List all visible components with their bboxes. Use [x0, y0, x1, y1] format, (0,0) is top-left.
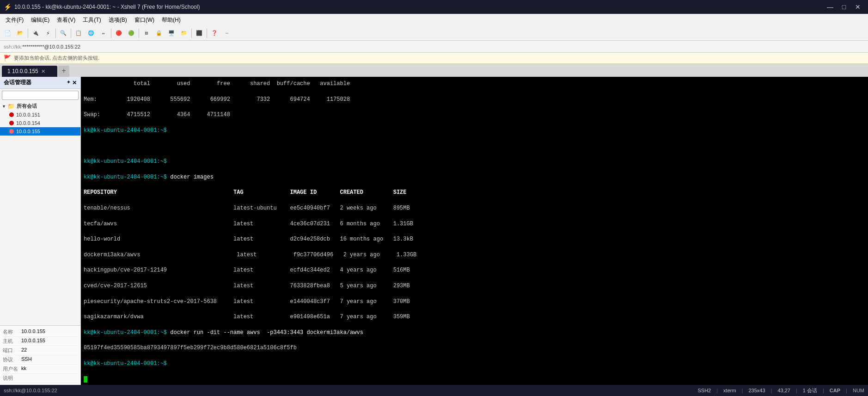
tb-btn-d[interactable]: 🔴 [113, 28, 125, 39]
status-connection: ssh://kk@10.0.0.155:22 [4, 388, 57, 393]
info-key-host: 主机 [3, 338, 21, 345]
titlebar-controls: — □ ✕ [824, 2, 864, 12]
tb-connect2[interactable]: ⚡ [42, 28, 54, 39]
status-bar: ssh://kk@10.0.0.155:22 SSH2 | xterm | 23… [0, 385, 868, 396]
info-key-desc: 说明 [3, 375, 21, 382]
tb-btn-j[interactable]: ⬛ [193, 28, 205, 39]
tab-label: 1 10.0.0.155 [7, 68, 38, 74]
toolbar: 📄 📂 🔌 ⚡ 🔍 📋 🌐 ✏️ 🔴 🟢 ⊞ 🔒 🖥️ 📁 ⬛ ❓ ⋯ [0, 26, 868, 41]
app-icon: ⚡ [4, 3, 12, 11]
session-label-154: 10.0.0.154 [16, 120, 40, 126]
sidebar-item-155[interactable]: 10.0.0.155 [0, 127, 80, 136]
status-num: NUM [853, 388, 864, 393]
tb-sep-4 [111, 29, 111, 38]
titlebar-left: ⚡ 10.0.0.155 - kk@kk-ubuntu-2404-0001: ~… [4, 3, 200, 11]
info-row-port: 端口 22 [3, 346, 78, 355]
menubar: 文件(F) 编辑(E) 查看(V) 工具(T) 选项(B) 窗口(W) 帮助(H… [0, 14, 868, 26]
status-ssh: SSH2 [697, 388, 711, 393]
sidebar-pin-button[interactable]: ✦ [67, 80, 70, 86]
main-area: 会话管理器 ✦ ✕ ▼ 📁 所有会话 10.0.0.151 10.0.0.154 [0, 77, 868, 385]
sidebar-item-154[interactable]: 10.0.0.154 [0, 119, 80, 127]
info-key-protocol: 协议 [3, 356, 21, 363]
maximize-button[interactable]: □ [837, 2, 850, 12]
folder-icon: 📁 [7, 103, 15, 110]
sidebar-header: 会话管理器 ✦ ✕ [0, 77, 80, 89]
info-text: 要添加当前会话, 点击左侧的箭头按钮. [14, 55, 99, 62]
tb-connect[interactable]: 🔌 [30, 28, 42, 39]
close-button[interactable]: ✕ [851, 2, 864, 12]
info-val-name: 10.0.0.155 [21, 328, 78, 335]
info-key-name: 名称 [3, 328, 21, 335]
status-term: xterm [723, 388, 736, 393]
info-val-protocol: SSH [21, 356, 78, 363]
tb-btn-i[interactable]: 📁 [178, 28, 190, 39]
minimize-button[interactable]: — [824, 2, 837, 12]
tab-add-button[interactable]: + [58, 66, 69, 77]
info-row-name: 名称 10.0.0.155 [3, 328, 78, 337]
status-dot-151 [9, 112, 14, 117]
sidebar-tree: ▼ 📁 所有会话 10.0.0.151 10.0.0.154 10.0.0.15… [0, 102, 80, 325]
tb-btn-b[interactable]: 🌐 [85, 28, 97, 39]
terminal[interactable]: CONTAINER ID IMAGE COMMAND CREATED STATU… [81, 77, 868, 385]
address-bar: ssh://kk:***********@10.0.0.155:22 [0, 41, 868, 53]
status-right: SSH2 | xterm | 235x43 | 43,27 | 1 会话 | C… [697, 387, 864, 394]
window-title: 10.0.0.155 - kk@kk-ubuntu-2404-0001: ~ -… [14, 4, 200, 10]
tb-search[interactable]: 🔍 [57, 28, 69, 39]
tb-new-file[interactable]: 📄 [2, 28, 14, 39]
status-cap: CAP [830, 388, 840, 393]
session-info-panel: 名称 10.0.0.155 主机 10.0.0.155 端口 22 协议 SSH… [0, 325, 80, 385]
tree-group-all[interactable]: ▼ 📁 所有会话 [0, 102, 80, 111]
all-sessions-label: 所有会话 [17, 103, 37, 110]
tb-btn-g[interactable]: 🔒 [153, 28, 165, 39]
sidebar-close-button[interactable]: ✕ [72, 80, 77, 86]
tb-sep-6 [191, 29, 192, 38]
tb-btn-e[interactable]: 🟢 [125, 28, 137, 39]
sidebar-item-151[interactable]: 10.0.0.151 [0, 111, 80, 119]
status-cursor: 43,27 [777, 388, 790, 393]
tb-btn-f[interactable]: ⊞ [141, 28, 153, 39]
sidebar-title: 会话管理器 [4, 79, 31, 87]
status-dot-155 [9, 129, 14, 134]
info-icon: 🚩 [4, 55, 11, 62]
addr-value: ***********@10.0.0.155:22 [22, 44, 80, 50]
session-label-151: 10.0.0.151 [16, 112, 40, 118]
sidebar-search-input[interactable] [2, 91, 79, 100]
tb-btn-k[interactable]: ⋯ [221, 28, 233, 39]
info-bar: 🚩 要添加当前会话, 点击左侧的箭头按钮. [0, 53, 868, 64]
info-key-user: 用户名 [3, 365, 21, 372]
status-size: 235x43 [748, 388, 765, 393]
tb-open[interactable]: 📂 [14, 28, 26, 39]
tb-sep-5 [139, 29, 139, 38]
tb-sep-2 [55, 29, 56, 38]
tb-sep-3 [71, 29, 71, 38]
sidebar-search-area [0, 89, 80, 102]
menu-edit[interactable]: 编辑(E) [27, 14, 53, 26]
info-key-port: 端口 [3, 347, 21, 354]
info-val-port: 22 [21, 347, 78, 354]
info-row-protocol: 协议 SSH [3, 355, 78, 365]
menu-help[interactable]: 帮助(H) [158, 14, 184, 26]
tb-sep-1 [28, 29, 28, 38]
chevron-icon: ▼ [2, 104, 6, 109]
titlebar: ⚡ 10.0.0.155 - kk@kk-ubuntu-2404-0001: ~… [0, 0, 868, 14]
status-sessions: 1 会话 [803, 387, 817, 394]
terminal-container: CONTAINER ID IMAGE COMMAND CREATED STATU… [81, 77, 868, 385]
info-row-user: 用户名 kk [3, 365, 78, 374]
menu-window[interactable]: 窗口(W) [131, 14, 158, 26]
tab-session[interactable]: 1 10.0.0.155 ✕ [2, 66, 57, 77]
tb-btn-h[interactable]: 🖥️ [165, 28, 177, 39]
menu-view[interactable]: 查看(V) [53, 14, 79, 26]
session-label-155: 10.0.0.155 [16, 129, 40, 134]
sidebar: 会话管理器 ✦ ✕ ▼ 📁 所有会话 10.0.0.151 10.0.0.154 [0, 77, 81, 385]
status-dot-154 [9, 121, 14, 125]
info-row-host: 主机 10.0.0.155 [3, 337, 78, 346]
tab-close-button[interactable]: ✕ [41, 68, 45, 74]
tb-help[interactable]: ❓ [208, 28, 220, 39]
menu-tools[interactable]: 工具(T) [79, 14, 104, 26]
terminal-cursor [84, 376, 87, 383]
menu-file[interactable]: 文件(F) [2, 14, 27, 26]
tb-btn-a[interactable]: 📋 [73, 28, 85, 39]
menu-options[interactable]: 选项(B) [105, 14, 131, 26]
tb-sep-7 [207, 29, 207, 38]
tb-btn-c[interactable]: ✏️ [98, 28, 110, 39]
